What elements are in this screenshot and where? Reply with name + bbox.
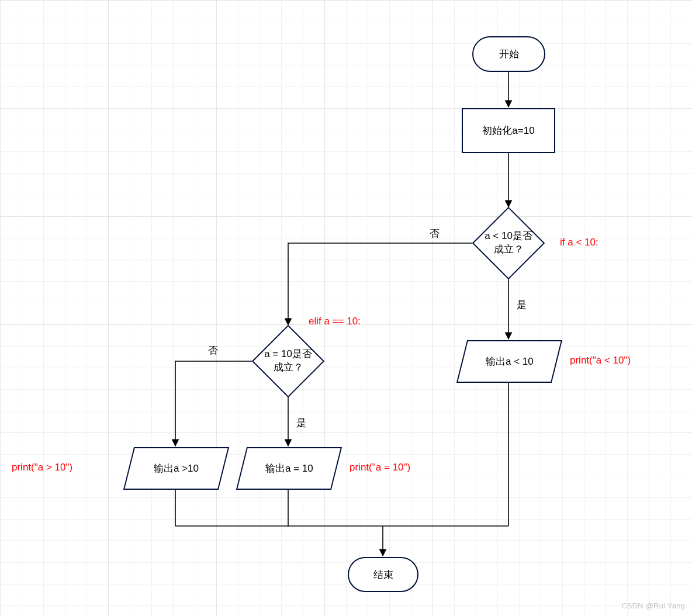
grid-major	[0, 0, 692, 616]
decision-a-eq-10-label: a = 10是否成立？	[264, 348, 313, 375]
output-a-eq-10-label: 输出a = 10	[265, 462, 313, 475]
start-label: 开始	[499, 47, 519, 61]
anno-print-gt: print("a > 10")	[12, 462, 72, 473]
output-a-gt-10: 输出a >10	[123, 447, 229, 490]
decision-a-lt-10-label: a < 10是否成立？	[484, 230, 533, 257]
output-a-gt-10-label: 输出a >10	[154, 462, 199, 475]
flowchart-canvas: 开始 初始化a=10 a < 10是否成立？ 输出a < 10 a = 10是否…	[0, 0, 692, 616]
anno-print-lt: print("a < 10")	[570, 355, 631, 366]
anno-print-eq: print("a = 10")	[350, 462, 410, 473]
edge-yes-1: 是	[517, 298, 527, 312]
init-process: 初始化a=10	[462, 108, 555, 153]
edge-yes-2: 是	[296, 416, 306, 430]
anno-elif: elif a == 10:	[309, 316, 361, 327]
output-a-lt-10-label: 输出a < 10	[486, 355, 534, 368]
output-a-eq-10: 输出a = 10	[236, 447, 342, 490]
anno-if: if a < 10:	[560, 237, 598, 248]
edge-no-1: 否	[430, 227, 440, 240]
start-terminal: 开始	[472, 36, 545, 72]
end-label: 结束	[373, 568, 393, 582]
init-label: 初始化a=10	[482, 124, 534, 137]
edge-no-2: 否	[208, 344, 218, 357]
end-terminal: 结束	[348, 557, 418, 592]
output-a-lt-10: 输出a < 10	[456, 340, 562, 383]
watermark: CSDN @Rui Yang	[621, 601, 685, 610]
